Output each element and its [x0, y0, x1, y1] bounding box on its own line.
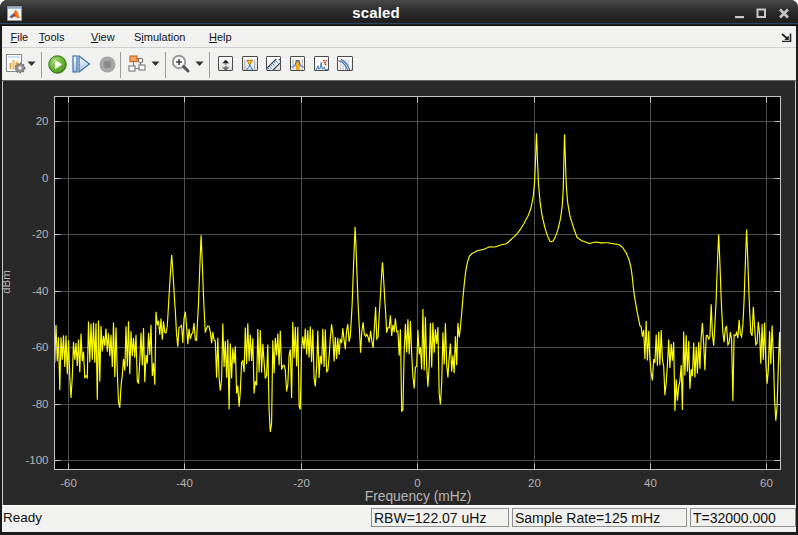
svg-text:-40: -40 [176, 477, 193, 489]
svg-text:-40: -40 [32, 285, 49, 297]
svg-text:-60: -60 [32, 341, 49, 353]
svg-text:0: 0 [42, 172, 48, 184]
svg-text:-60: -60 [60, 477, 77, 489]
svg-text:40: 40 [644, 477, 657, 489]
svg-text:0: 0 [414, 477, 420, 489]
svg-text:-80: -80 [32, 398, 49, 410]
svg-text:-20: -20 [293, 477, 310, 489]
svg-text:-20: -20 [32, 228, 49, 240]
svg-text:20: 20 [528, 477, 541, 489]
svg-text:Frequency (mHz): Frequency (mHz) [365, 489, 472, 504]
svg-text:-100: -100 [25, 454, 48, 466]
svg-text:60: 60 [760, 477, 773, 489]
svg-text:20: 20 [36, 115, 49, 127]
